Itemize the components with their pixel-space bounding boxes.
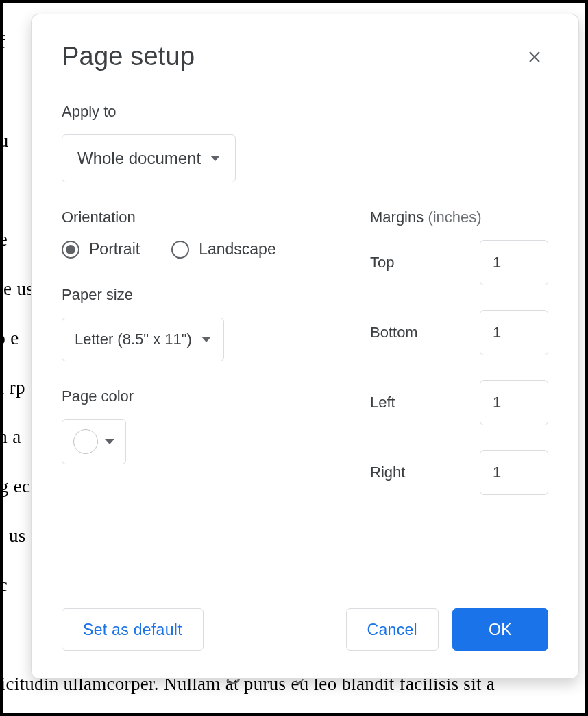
margin-right-label: Right (370, 464, 405, 481)
margin-left-input[interactable] (480, 380, 548, 425)
orientation-landscape-radio[interactable]: Landscape (171, 240, 276, 259)
orientation-radio-group: Portrait Landscape (62, 240, 322, 259)
caret-down-icon (201, 337, 211, 342)
paper-size-value: Letter (8.5" x 11") (75, 331, 192, 348)
cancel-button[interactable]: Cancel (346, 608, 439, 651)
orientation-label: Orientation (62, 208, 322, 226)
apply-to-select[interactable]: Whole document (62, 134, 236, 182)
margin-bottom-label: Bottom (370, 324, 418, 342)
margin-top-label: Top (370, 254, 394, 272)
caret-down-icon (105, 439, 114, 444)
dialog-footer: Set as default Cancel OK (62, 608, 548, 651)
caret-down-icon (210, 156, 220, 161)
apply-to-label: Apply to (62, 103, 548, 121)
apply-to-value: Whole document (77, 149, 201, 168)
orientation-portrait-radio[interactable]: Portrait (62, 240, 140, 259)
margin-top-input[interactable] (480, 240, 548, 285)
close-icon (526, 49, 543, 65)
close-button[interactable] (521, 43, 548, 71)
margin-left-label: Left (370, 394, 395, 411)
orientation-portrait-label: Portrait (89, 240, 140, 259)
dialog-title: Page setup (62, 42, 195, 71)
page-setup-dialog: Page setup Apply to Whole document Orien… (31, 14, 579, 679)
margin-right-input[interactable] (480, 450, 548, 495)
paper-size-select[interactable]: Letter (8.5" x 11") (62, 318, 224, 361)
paper-size-label: Paper size (62, 286, 322, 304)
set-as-default-button[interactable]: Set as default (62, 608, 204, 651)
orientation-landscape-label: Landscape (199, 240, 276, 259)
radio-icon (171, 241, 189, 259)
margins-label: Margins (inches) (370, 208, 548, 226)
color-swatch-icon (73, 429, 98, 454)
ok-button[interactable]: OK (452, 608, 548, 651)
page-color-label: Page color (62, 387, 322, 405)
page-color-select[interactable] (62, 419, 126, 464)
margin-bottom-input[interactable] (480, 310, 548, 355)
radio-icon (62, 241, 79, 259)
